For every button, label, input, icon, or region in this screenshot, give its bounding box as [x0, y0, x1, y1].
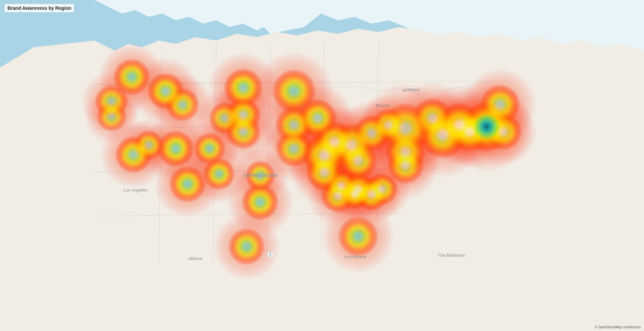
chart-title: Brand Awareness by Region: [5, 4, 74, 12]
map-attribution: © OpenStreetMap contributors: [595, 325, 641, 329]
heatmap-overlay: [0, 0, 644, 331]
map-container: United States Ottawa Toronto Los Angeles…: [0, 0, 644, 331]
map-badge: 2: [267, 252, 274, 257]
